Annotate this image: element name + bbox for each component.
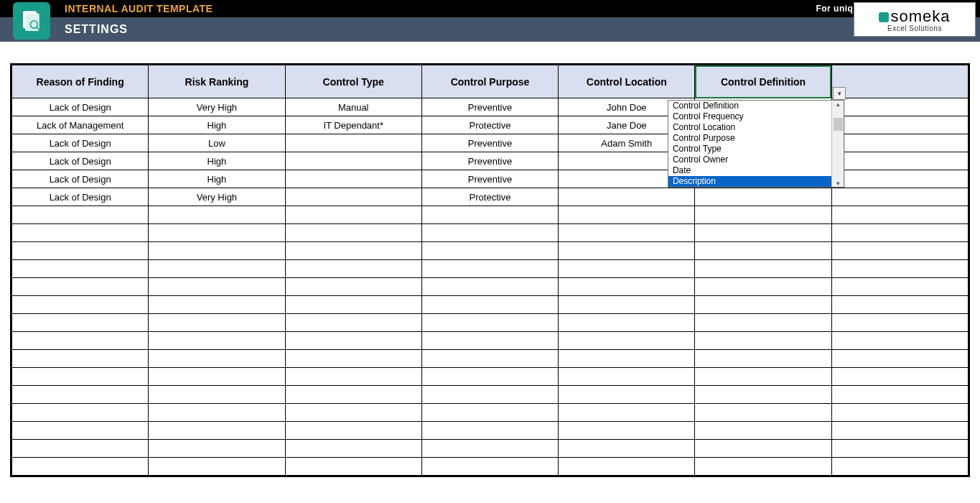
cell[interactable]: High (149, 170, 285, 188)
cell[interactable] (695, 386, 831, 404)
scroll-thumb[interactable] (834, 118, 843, 131)
cell[interactable] (831, 152, 968, 170)
cell[interactable] (831, 224, 968, 242)
cell[interactable]: Preventive (421, 98, 558, 116)
cell[interactable] (695, 458, 831, 476)
cell[interactable] (285, 152, 421, 170)
col-header-5[interactable]: Control Definition (695, 65, 831, 98)
cell[interactable] (831, 170, 968, 188)
cell[interactable] (695, 332, 831, 350)
cell[interactable] (559, 422, 695, 440)
cell[interactable]: Preventive (421, 134, 558, 152)
cell[interactable] (149, 368, 285, 386)
cell[interactable] (149, 386, 285, 404)
cell[interactable] (559, 296, 695, 314)
cell[interactable]: Lack of Design (12, 170, 149, 188)
cell[interactable] (559, 224, 695, 242)
cell[interactable] (695, 260, 831, 278)
cell[interactable] (12, 260, 149, 278)
cell[interactable] (559, 242, 695, 260)
cell[interactable] (12, 296, 149, 314)
scroll-down-icon[interactable]: ▾ (836, 180, 840, 187)
cell[interactable] (559, 188, 695, 206)
cell[interactable] (421, 206, 558, 224)
cell[interactable] (831, 260, 968, 278)
cell[interactable]: Preventive (421, 170, 558, 188)
cell[interactable] (12, 404, 149, 422)
cell[interactable] (695, 350, 831, 368)
cell[interactable] (285, 260, 421, 278)
cell[interactable] (149, 440, 285, 458)
someka-logo[interactable]: someka Excel Solutions (854, 2, 976, 37)
cell[interactable] (421, 440, 558, 458)
cell[interactable] (831, 386, 968, 404)
cell[interactable] (12, 242, 149, 260)
cell[interactable] (285, 404, 421, 422)
cell[interactable] (285, 170, 421, 188)
cell[interactable] (285, 224, 421, 242)
cell[interactable] (831, 206, 968, 224)
cell[interactable] (559, 260, 695, 278)
col-header-3[interactable]: Control Purpose (421, 65, 558, 98)
cell[interactable] (12, 458, 149, 476)
cell[interactable] (831, 440, 968, 458)
cell[interactable] (695, 242, 831, 260)
cell[interactable]: Lack of Design (12, 188, 149, 206)
dropdown-option[interactable]: Control Owner (668, 154, 831, 165)
col-header-0[interactable]: Reason of Finding (12, 65, 149, 98)
cell[interactable] (831, 458, 968, 476)
cell[interactable] (285, 350, 421, 368)
cell[interactable] (831, 134, 968, 152)
cell[interactable] (559, 404, 695, 422)
cell[interactable]: Lack of Management (12, 116, 149, 134)
cell[interactable] (695, 296, 831, 314)
dropdown-option[interactable]: Control Frequency (668, 111, 831, 122)
cell[interactable] (831, 98, 968, 116)
cell[interactable] (12, 314, 149, 332)
cell[interactable] (12, 368, 149, 386)
cell[interactable] (695, 224, 831, 242)
dropdown-option[interactable]: Control Location (668, 122, 831, 133)
cell[interactable] (695, 188, 831, 206)
cell[interactable] (831, 350, 968, 368)
cell[interactable] (285, 440, 421, 458)
cell[interactable] (831, 188, 968, 206)
cell[interactable]: Low (149, 134, 285, 152)
cell[interactable] (831, 422, 968, 440)
col-header-2[interactable]: Control Type (285, 65, 421, 98)
cell[interactable] (285, 458, 421, 476)
cell[interactable] (559, 386, 695, 404)
cell[interactable] (421, 314, 558, 332)
cell[interactable] (421, 332, 558, 350)
cell[interactable] (559, 206, 695, 224)
col-header-1[interactable]: Risk Ranking (149, 65, 285, 98)
cell[interactable] (559, 458, 695, 476)
cell[interactable] (285, 242, 421, 260)
header-dropdown-button[interactable]: ▾ (833, 87, 846, 100)
cell[interactable]: Very High (149, 188, 285, 206)
cell[interactable]: High (149, 152, 285, 170)
cell[interactable] (831, 404, 968, 422)
dropdown-option[interactable]: Date (668, 165, 831, 176)
cell[interactable] (149, 278, 285, 296)
cell[interactable]: Preventive (421, 152, 558, 170)
cell[interactable] (149, 224, 285, 242)
cell[interactable] (421, 458, 558, 476)
cell[interactable] (149, 404, 285, 422)
cell[interactable] (421, 404, 558, 422)
col-header-4[interactable]: Control Location (559, 65, 695, 98)
cell[interactable] (12, 440, 149, 458)
cell[interactable] (12, 206, 149, 224)
cell[interactable]: Protective (421, 188, 558, 206)
cell[interactable] (421, 422, 558, 440)
cell[interactable] (12, 332, 149, 350)
cell[interactable] (421, 278, 558, 296)
cell[interactable] (421, 260, 558, 278)
cell[interactable] (285, 134, 421, 152)
dropdown-option[interactable]: Control Purpose (668, 133, 831, 144)
cell[interactable] (695, 404, 831, 422)
cell[interactable] (285, 314, 421, 332)
cell[interactable] (695, 206, 831, 224)
cell[interactable] (831, 368, 968, 386)
cell[interactable]: High (149, 116, 285, 134)
